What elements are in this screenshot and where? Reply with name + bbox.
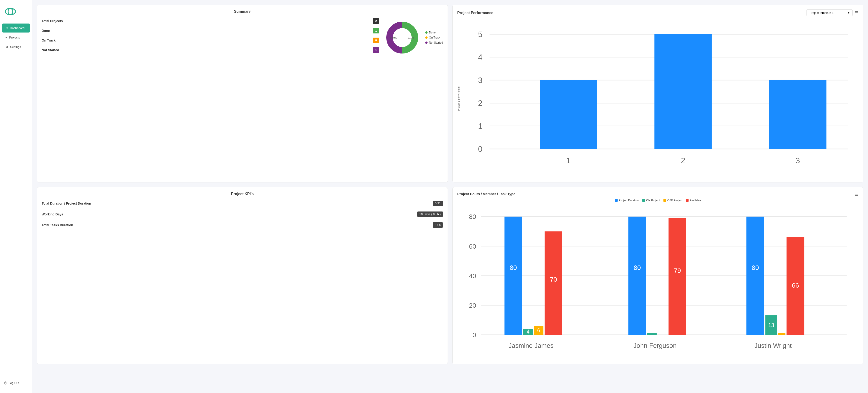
legend-project-duration: Project Duration	[615, 199, 639, 202]
logout-button[interactable]: ⏻ Log Out	[0, 377, 32, 388]
summary-title: Summary	[42, 9, 443, 13]
kpi-row-duration: Total Duration / Project Duration 0.31	[42, 201, 443, 206]
sidebar-item-label: Settings	[10, 45, 21, 49]
kpi-title: Project KPI's	[42, 192, 443, 196]
bar-label-jasmine-off: 6	[537, 328, 540, 334]
stat-label-done: Done	[42, 29, 50, 32]
legend-label-off-project: OFF Project	[668, 199, 682, 202]
x-label-1: 1	[566, 156, 570, 165]
bar-label-john-duration: 80	[634, 264, 641, 271]
legend-square-off-project	[663, 199, 666, 202]
x-label-john: John Ferguson	[633, 342, 677, 349]
summary-stats: Total Projects 2 Done 1 On Track 0 Not S…	[42, 18, 379, 57]
template-select[interactable]: Project template 1 ▾	[806, 9, 852, 16]
hours-legend: Project Duration ON Project OFF Project …	[457, 199, 859, 202]
bar-label-jasmine-available: 70	[550, 276, 557, 283]
bar-john-duration	[628, 217, 646, 335]
legend-label-ontrack: On Track	[429, 36, 440, 39]
x-label-jasmine: Jasmine James	[508, 342, 554, 349]
bar-label-justin-on: 13	[768, 322, 774, 329]
y-axis-label-container: Project 1 Story Points	[457, 20, 460, 177]
donut-legend: Done On Track Not Started	[425, 31, 443, 44]
x-label-3: 3	[796, 156, 800, 165]
kpi-row-tasks: Total Tasks Duration 17 h	[42, 222, 443, 228]
stat-label-ontrack: On Track	[42, 38, 56, 42]
legend-notstarted: Not Started	[425, 41, 443, 44]
bar-label-justin-duration: 80	[752, 264, 759, 271]
bar-label-justin-available: 66	[792, 282, 799, 289]
x-label-justin: Justin Wright	[754, 342, 792, 349]
sidebar-item-projects[interactable]: ≡ Projects	[2, 33, 30, 42]
y-label-4: 4	[478, 53, 483, 62]
bar-3	[769, 80, 827, 149]
legend-label-project-duration: Project Duration	[619, 199, 639, 202]
bar-john-available	[669, 218, 686, 335]
hours-header: Project Hours / Member / Task Type ☰	[457, 192, 859, 197]
svg-point-0	[5, 8, 16, 15]
y-label-60: 60	[469, 243, 476, 250]
bar-label-jasmine-on: 4	[527, 329, 530, 335]
performance-header: Project Performance Project template 1 ▾…	[457, 9, 859, 16]
performance-menu-icon[interactable]: ☰	[855, 10, 859, 16]
legend-off-project: OFF Project	[663, 199, 682, 202]
template-select-label: Project template 1	[809, 11, 834, 15]
stat-label-total: Total Projects	[42, 19, 63, 23]
legend-square-project-duration	[615, 199, 618, 202]
stat-row-ontrack: On Track 0	[42, 37, 379, 43]
kpi-card: Project KPI's Total Duration / Project D…	[37, 187, 448, 364]
y-label-80: 80	[469, 213, 476, 221]
sidebar-item-label: Dashboard	[10, 26, 25, 30]
power-icon: ⏻	[4, 381, 7, 385]
legend-label-notstarted: Not Started	[429, 41, 443, 44]
sidebar-nav: ⊞ Dashboard ≡ Projects ⚙ Settings	[0, 23, 32, 377]
sidebar: ⊞ Dashboard ≡ Projects ⚙ Settings ⏻ Log …	[0, 0, 32, 393]
y-label-0: 0	[478, 145, 483, 153]
stat-label-notstarted: Not Started	[42, 48, 59, 52]
gear-icon: ⚙	[5, 45, 8, 49]
bar-justin-off	[778, 333, 785, 335]
app-logo	[5, 7, 16, 16]
performance-card: Project Performance Project template 1 ▾…	[453, 5, 863, 183]
bar-john-on	[647, 333, 657, 335]
legend-label-available: Available	[690, 199, 701, 202]
bar-jasmine-duration	[504, 217, 522, 335]
logout-label: Log Out	[8, 381, 19, 385]
y-label-20: 20	[469, 302, 476, 309]
donut-svg: 50.0% 50.0%	[384, 19, 421, 56]
legend-dot-ontrack	[425, 36, 428, 39]
grid-icon: ⊞	[5, 26, 8, 30]
hours-chart-svg: 80 60 40 20 0 80 4 6 70 Jasmine James 80	[457, 205, 859, 358]
legend-square-available	[686, 199, 688, 202]
donut-label-right: 50.0%	[408, 37, 414, 39]
y-label-0: 0	[472, 331, 476, 339]
summary-content: Total Projects 2 Done 1 On Track 0 Not S…	[42, 18, 443, 57]
legend-available: Available	[686, 199, 701, 202]
legend-label-on-project: ON Project	[646, 199, 660, 202]
kpi-label-tasks: Total Tasks Duration	[42, 223, 73, 227]
summary-card: Summary Total Projects 2 Done 1 On Track…	[37, 5, 448, 183]
kpi-row-workdays: Working Days 10 Days ( 80 h )	[42, 212, 443, 217]
donut-chart: 50.0% 50.0%	[384, 19, 421, 56]
performance-title: Project Performance	[457, 11, 493, 15]
hours-menu-icon[interactable]: ☰	[855, 192, 859, 197]
x-label-2: 2	[681, 156, 685, 165]
sidebar-item-label: Projects	[9, 36, 20, 39]
kpi-value-workdays: 10 Days ( 80 h )	[417, 212, 443, 217]
sidebar-item-settings[interactable]: ⚙ Settings	[2, 43, 30, 51]
performance-chart-svg: 5 4 3 2 1 0 1 2 3	[461, 20, 862, 177]
stat-badge-notstarted: 1	[373, 47, 379, 53]
kpi-value-duration: 0.31	[433, 201, 443, 206]
stat-badge-total: 2	[373, 18, 379, 24]
y-label-1: 1	[478, 122, 483, 131]
sidebar-item-dashboard[interactable]: ⊞ Dashboard	[2, 24, 30, 32]
svg-point-1	[8, 8, 13, 15]
legend-dot-notstarted	[425, 41, 428, 44]
bar-justin-duration	[746, 217, 764, 335]
legend-ontrack: On Track	[425, 36, 443, 39]
legend-square-on-project	[642, 199, 645, 202]
hours-title: Project Hours / Member / Task Type	[457, 192, 515, 196]
legend-on-project: ON Project	[642, 199, 660, 202]
y-label-40: 40	[469, 272, 476, 280]
kpi-label-workdays: Working Days	[42, 213, 63, 216]
legend-label-done: Done	[429, 31, 436, 34]
